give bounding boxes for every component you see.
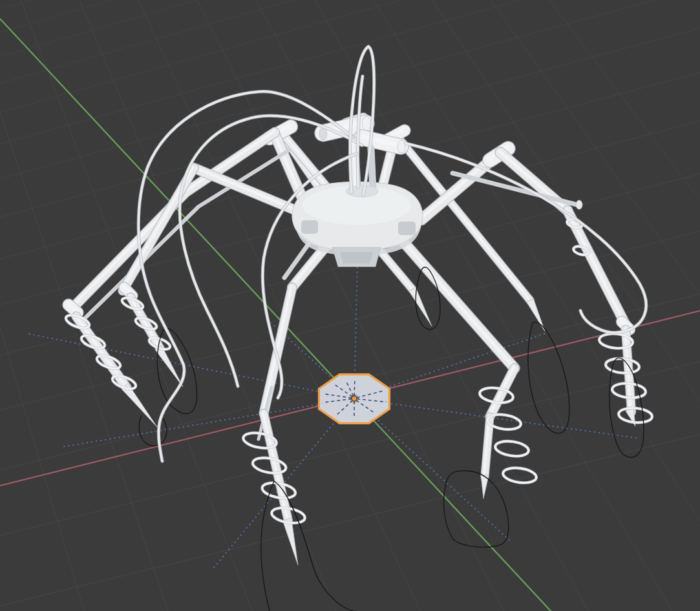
joint-cap: [362, 116, 371, 130]
viewport-background: [0, 0, 700, 611]
body-socket: [301, 220, 318, 234]
joint-cap: [398, 140, 405, 153]
root-controller-octagon[interactable]: [319, 375, 389, 424]
blender-3d-viewport[interactable]: [0, 0, 700, 611]
joint-cap: [576, 200, 582, 209]
object-origin-dot[interactable]: [352, 396, 357, 401]
inner-spoke: [354, 380, 355, 396]
viewport-canvas[interactable]: [0, 0, 700, 611]
body-shell: [340, 252, 373, 264]
background-fill: [0, 0, 700, 611]
body-socket: [398, 222, 416, 235]
